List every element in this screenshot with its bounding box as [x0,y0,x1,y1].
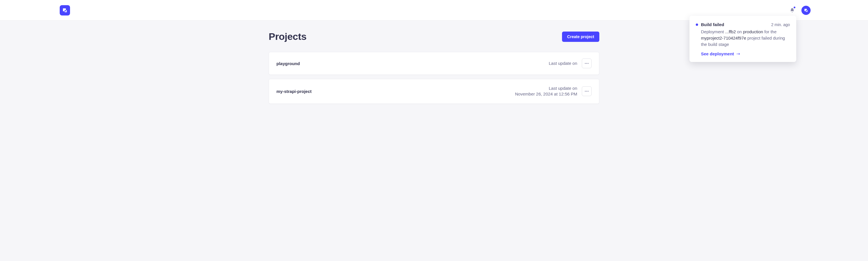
see-deployment-link[interactable]: See deployment [696,51,790,56]
project-meta-value: November 26, 2024 at 12:56 PM [515,91,577,97]
create-project-button[interactable]: Create project [562,32,599,42]
notification-deployment-id: ...ffb2 [725,29,736,34]
notification-body-mid1: on [736,29,743,34]
arrow-right-icon [736,52,740,56]
bell-icon [789,8,795,13]
notification-body: Deployment ...ffb2 on production for the… [696,29,790,47]
notification-header: Build failed 2 min. ago [696,22,790,27]
notification-env: production [743,29,763,34]
unread-dot [696,24,698,26]
header-right [789,6,811,15]
main-content: Projects Create project playground Last … [269,21,599,118]
svg-point-5 [586,91,587,92]
strapi-logo-icon [62,7,68,13]
project-meta: Last update on [549,61,577,66]
strapi-avatar-icon [804,8,808,12]
project-name: my-strapi-project [276,89,312,94]
project-name: playground [276,61,300,66]
project-actions-button[interactable] [582,86,592,96]
notification-title: Build failed [701,22,768,27]
project-row[interactable]: playground Last update on [269,52,599,75]
svg-point-1 [585,63,586,64]
ellipsis-icon [585,91,589,92]
svg-point-4 [585,91,586,92]
notification-project-name: myproject2-710424f97e [701,36,746,40]
notifications-button[interactable] [789,7,795,13]
page-top: Projects Create project [269,31,599,42]
project-row[interactable]: my-strapi-project Last update on Novembe… [269,79,599,104]
ellipsis-icon [585,63,589,64]
project-row-right: Last update on [549,59,592,68]
notification-dot [794,7,795,8]
notification-body-mid2: for the [763,29,777,34]
notification-time: 2 min. ago [771,22,790,27]
project-actions-button[interactable] [582,59,592,68]
project-meta: Last update on November 26, 2024 at 12:5… [515,86,577,97]
svg-point-3 [588,63,588,64]
project-row-right: Last update on November 26, 2024 at 12:5… [515,86,592,97]
avatar[interactable] [801,6,811,15]
notification-popover: Build failed 2 min. ago Deployment ...ff… [689,16,796,62]
page-title: Projects [269,31,307,42]
svg-point-2 [586,63,587,64]
project-meta-label: Last update on [549,61,577,66]
project-meta-label: Last update on [515,86,577,91]
app-logo[interactable] [60,5,70,15]
notification-body-prefix: Deployment [701,29,725,34]
see-deployment-label: See deployment [701,51,734,56]
svg-point-6 [588,91,588,92]
